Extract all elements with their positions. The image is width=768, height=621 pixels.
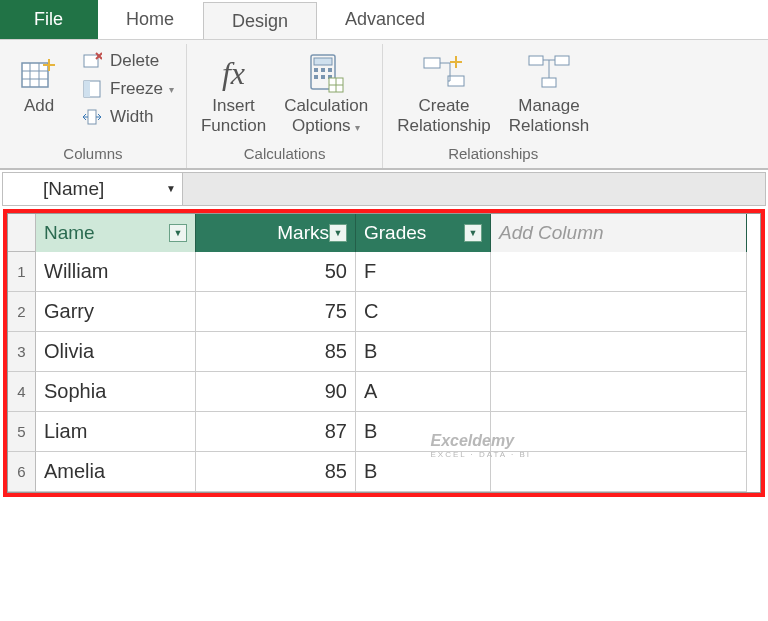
table-row: 4Sophia90A [8, 372, 760, 412]
group-label-columns: Columns [63, 141, 122, 164]
tab-design[interactable]: Design [203, 2, 317, 39]
group-label-calculations: Calculations [244, 141, 326, 164]
cell-empty[interactable] [491, 452, 747, 492]
tab-strip: File Home Design Advanced [0, 0, 768, 40]
ribbon-group-calculations: fx Insert Function Calculation Options ▾ [187, 44, 383, 168]
cell-empty[interactable] [491, 412, 747, 452]
ribbon-group-columns: Add Delete Freeze ▾ [0, 44, 187, 168]
data-grid: Name ▼ Marks ▼ Grades ▼ Add Column 1Will… [7, 213, 761, 493]
calc-opt-l2: Options ▾ [292, 116, 360, 136]
cell-marks[interactable]: 50 [196, 252, 356, 292]
cell-empty[interactable] [491, 252, 747, 292]
tab-advanced[interactable]: Advanced [317, 0, 454, 39]
name-box-value: [Name] [43, 178, 104, 200]
cell-marks[interactable]: 85 [196, 332, 356, 372]
cell-empty[interactable] [491, 292, 747, 332]
cell-marks[interactable]: 90 [196, 372, 356, 412]
width-column-button[interactable]: Width [76, 104, 178, 130]
insert-fn-l2: Function [201, 116, 266, 136]
add-column-header[interactable]: Add Column [491, 214, 747, 252]
row-header[interactable]: 2 [8, 292, 36, 332]
table-row: 6Amelia85B [8, 452, 760, 492]
formula-bar: [Name] ▼ [2, 172, 766, 206]
cell-empty[interactable] [491, 332, 747, 372]
delete-icon [80, 51, 104, 71]
manage-rel-l1: Manage [518, 96, 579, 116]
cell-name[interactable]: Liam [36, 412, 196, 452]
create-relationship-icon [420, 50, 468, 96]
cell-grade[interactable]: C [356, 292, 491, 332]
manage-relationships-button[interactable]: Manage Relationsh [503, 46, 595, 141]
create-relationship-button[interactable]: Create Relationship [391, 46, 497, 141]
data-grid-highlight: Name ▼ Marks ▼ Grades ▼ Add Column 1Will… [3, 209, 765, 497]
row-header[interactable]: 4 [8, 372, 36, 412]
manage-relationship-icon [525, 50, 573, 96]
cell-marks[interactable]: 85 [196, 452, 356, 492]
svg-rect-30 [542, 78, 556, 87]
formula-input[interactable] [183, 173, 765, 205]
cell-empty[interactable] [491, 372, 747, 412]
cell-name[interactable]: Sophia [36, 372, 196, 412]
freeze-label: Freeze [110, 79, 163, 99]
svg-rect-17 [328, 68, 332, 72]
cell-grade[interactable]: B [356, 332, 491, 372]
cell-grade[interactable]: B [356, 452, 491, 492]
col-marks-label: Marks [277, 222, 329, 244]
table-row: 2Garry75C [8, 292, 760, 332]
table-row: 5Liam87B [8, 412, 760, 452]
freeze-column-button[interactable]: Freeze ▾ [76, 76, 178, 102]
column-header-grades[interactable]: Grades ▼ [356, 214, 491, 252]
cell-name[interactable]: Amelia [36, 452, 196, 492]
svg-rect-14 [314, 58, 332, 65]
calc-options-button[interactable]: Calculation Options ▾ [278, 46, 374, 141]
add-column-label: Add [24, 96, 54, 116]
row-header[interactable]: 1 [8, 252, 36, 292]
cell-grade[interactable]: F [356, 252, 491, 292]
calculator-icon [307, 50, 345, 96]
table-row: 1William50F [8, 252, 760, 292]
cell-grade[interactable]: A [356, 372, 491, 412]
svg-rect-11 [84, 81, 90, 97]
column-header-marks[interactable]: Marks ▼ [196, 214, 356, 252]
svg-rect-12 [88, 110, 96, 124]
dropdown-icon: ▾ [169, 84, 174, 95]
column-header-name[interactable]: Name ▼ [36, 214, 196, 252]
insert-function-button[interactable]: fx Insert Function [195, 46, 272, 141]
name-box[interactable]: [Name] ▼ [3, 173, 183, 205]
add-column-button[interactable]: Add [8, 46, 70, 120]
calc-opt-l1: Calculation [284, 96, 368, 116]
delete-label: Delete [110, 51, 159, 71]
select-all-corner[interactable] [8, 214, 36, 252]
row-header[interactable]: 3 [8, 332, 36, 372]
table-row: 3Olivia85B [8, 332, 760, 372]
row-header[interactable]: 6 [8, 452, 36, 492]
dropdown-icon: ▼ [166, 183, 176, 194]
filter-button[interactable]: ▼ [329, 224, 347, 242]
row-header[interactable]: 5 [8, 412, 36, 452]
col-name-label: Name [44, 222, 95, 244]
svg-rect-28 [529, 56, 543, 65]
filter-button[interactable]: ▼ [464, 224, 482, 242]
filter-button[interactable]: ▼ [169, 224, 187, 242]
ribbon: Add Delete Freeze ▾ [0, 40, 768, 170]
tab-file[interactable]: File [0, 0, 98, 39]
svg-rect-0 [22, 63, 48, 87]
svg-rect-7 [84, 55, 98, 67]
delete-column-button[interactable]: Delete [76, 48, 178, 74]
cell-marks[interactable]: 87 [196, 412, 356, 452]
cell-marks[interactable]: 75 [196, 292, 356, 332]
width-label: Width [110, 107, 153, 127]
width-icon [80, 108, 104, 126]
insert-fn-l1: Insert [212, 96, 255, 116]
col-grades-label: Grades [364, 222, 426, 244]
cell-name[interactable]: Olivia [36, 332, 196, 372]
group-label-relationships: Relationships [448, 141, 538, 164]
cell-name[interactable]: Garry [36, 292, 196, 332]
svg-rect-15 [314, 68, 318, 72]
svg-rect-29 [555, 56, 569, 65]
tab-home[interactable]: Home [98, 0, 203, 39]
cell-grade[interactable]: B [356, 412, 491, 452]
svg-rect-24 [424, 58, 440, 68]
cell-name[interactable]: William [36, 252, 196, 292]
svg-rect-16 [321, 68, 325, 72]
